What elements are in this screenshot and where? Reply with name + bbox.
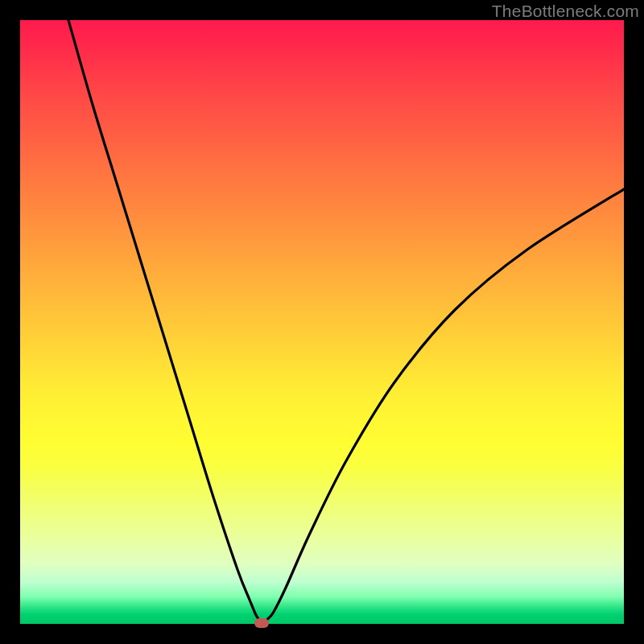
plot-area: [20, 20, 624, 624]
chart-frame: TheBottleneck.com: [0, 0, 644, 644]
bottleneck-curve: [20, 20, 624, 624]
optimal-point-marker: [254, 618, 269, 628]
watermark-text: TheBottleneck.com: [492, 2, 639, 21]
